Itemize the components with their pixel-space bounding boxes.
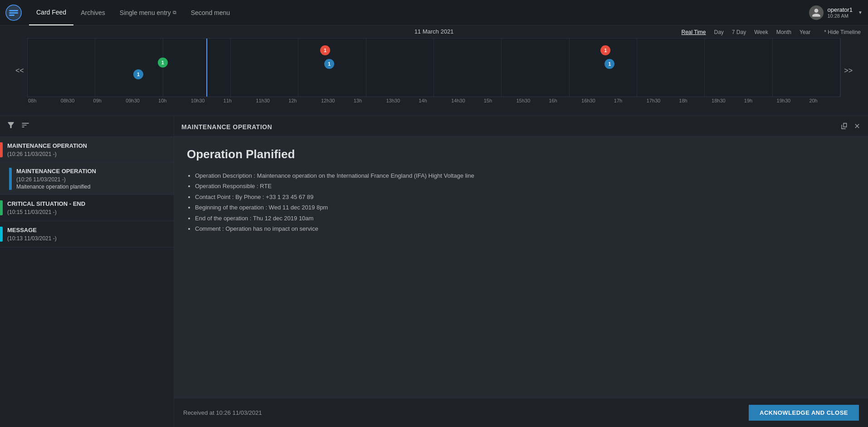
user-dropdown-arrow[interactable]: ▼ — [858, 10, 863, 15]
sub-card-title-1: MAINTENANCE OPERATION — [16, 168, 167, 175]
sort-icon[interactable] — [21, 121, 30, 132]
card-border-green — [0, 200, 3, 215]
detail-op-item-1: Operation Responsible : RTE — [195, 181, 855, 191]
card-border-blue-sub — [9, 168, 12, 190]
card-item-critical-situation[interactable]: CRITICAL SITUATION - END (10:15 11/03/20… — [0, 195, 174, 221]
avatar — [809, 5, 824, 20]
sidebar-toolbar — [0, 116, 174, 137]
detail-header-actions — [841, 122, 861, 131]
range-btn-week[interactable]: Week — [752, 28, 770, 36]
detail-panel-title: MAINTENANCE OPERATION — [181, 123, 272, 131]
card-content-3: MESSAGE (10:13 11/03/2021 -) — [7, 227, 167, 242]
range-btn-realtime[interactable]: Real Time — [679, 28, 707, 36]
card-subtitle-1: (10:26 11/03/2021 -) — [7, 151, 167, 157]
user-info: operator1 10:28 AM — [827, 6, 853, 19]
user-name: operator1 — [827, 6, 853, 13]
svg-rect-1 — [9, 10, 18, 11]
timeline-grid — [28, 39, 840, 97]
range-btn-month[interactable]: Month — [775, 28, 793, 36]
nav-label-single-menu-entry: Single menu entry — [120, 9, 171, 16]
detail-op-item-2: Contact Point : By Phone : +33 1 23 45 6… — [195, 192, 855, 202]
timeline-chart: 11/03/21 10:28 1 1 1 1 1 — [27, 38, 841, 97]
event-dot-red-2[interactable]: 1 — [600, 45, 610, 55]
detail-op-title: Operation Planified — [187, 147, 855, 161]
range-btn-day[interactable]: Day — [712, 28, 726, 36]
user-time: 10:28 AM — [827, 13, 848, 19]
card-border-red — [0, 142, 3, 157]
card-title-3: MESSAGE — [7, 227, 167, 233]
timeline-event-red-2[interactable]: 1 — [600, 45, 610, 55]
nav-item-second-menu[interactable]: Second menu — [184, 0, 237, 25]
card-content-2: CRITICAL SITUATION - END (10:15 11/03/20… — [7, 200, 167, 215]
detail-footer: Received at 10:26 11/03/2021 ACKNOWLEDGE… — [174, 398, 868, 427]
sub-card-subtitle-1: (10:26 11/03/2021 -) — [16, 176, 167, 183]
close-button[interactable] — [853, 122, 861, 131]
timeline-controls: 11 March 2021 Real Time Day 7 Day Week M… — [0, 25, 868, 38]
sidebar: MAINTENANCE OPERATION (10:26 11/03/2021 … — [0, 116, 174, 427]
nav-label-card-feed: Card Feed — [36, 9, 66, 16]
nav-items: Card Feed Archives Single menu entry ⧉ S… — [29, 0, 809, 25]
app-logo[interactable] — [5, 5, 22, 21]
card-sub-item-maintenance-op[interactable]: MAINTENANCE OPERATION (10:26 11/03/2021 … — [0, 163, 174, 195]
card-border-cyan — [0, 227, 3, 242]
maximize-button[interactable] — [841, 122, 848, 131]
card-sub-content-1: MAINTENANCE OPERATION (10:26 11/03/2021 … — [16, 168, 167, 190]
main-area: MAINTENANCE OPERATION (10:26 11/03/2021 … — [0, 116, 868, 427]
hide-timeline-label: * Hide Timeline — [824, 29, 861, 35]
event-dot-blue-1[interactable]: 1 — [133, 69, 143, 79]
detail-op-item-4: End of the operation : Thu 12 dec 2019 1… — [195, 213, 855, 223]
event-dot-green[interactable]: 1 — [158, 58, 168, 68]
navbar-right: operator1 10:28 AM ▼ — [809, 5, 863, 20]
card-title-2: CRITICAL SITUATION - END — [7, 200, 167, 207]
detail-header: MAINTENANCE OPERATION — [174, 116, 868, 136]
nav-label-second-menu: Second menu — [191, 9, 230, 16]
card-content-1: MAINTENANCE OPERATION (10:26 11/03/2021 … — [7, 142, 167, 157]
range-btn-year[interactable]: Year — [798, 28, 812, 36]
event-dot-blue-3[interactable]: 1 — [605, 59, 614, 69]
nav-item-single-menu-entry[interactable]: Single menu entry ⧉ — [112, 0, 184, 25]
detail-op-item-3: Beginning of the operation : Wed 11 dec … — [195, 202, 855, 213]
timeline-nav-left-button[interactable]: << — [15, 67, 24, 75]
timeline-nav-right-button[interactable]: >> — [844, 67, 853, 75]
timeline-section: 11 March 2021 Real Time Day 7 Day Week M… — [0, 25, 868, 116]
nav-label-archives: Archives — [81, 9, 105, 16]
navbar: Card Feed Archives Single menu entry ⧉ S… — [0, 0, 868, 25]
timeline-axis: 08h 08h30 09h 09h30 10h 10h30 11h 11h30 … — [27, 98, 841, 103]
range-btn-7day[interactable]: 7 Day — [730, 28, 748, 36]
event-dot-red-1[interactable]: 1 — [320, 45, 330, 55]
detail-received-label: Received at 10:26 11/03/2021 — [183, 409, 262, 416]
detail-op-item-5: Comment : Operation has no impact on ser… — [195, 223, 855, 234]
hide-timeline-button[interactable]: * Hide Timeline — [824, 29, 861, 35]
nav-item-archives[interactable]: Archives — [73, 0, 112, 25]
external-link-icon: ⧉ — [173, 10, 176, 15]
acknowledge-close-button[interactable]: ACKNOWLEDGE AND CLOSE — [749, 405, 859, 421]
timeline-event-blue-3[interactable]: 1 — [605, 59, 614, 69]
timeline-range-buttons: Real Time Day 7 Day Week Month Year — [679, 28, 812, 36]
detail-op-item-0: Operation Description : Maintenance oper… — [195, 170, 855, 181]
filter-icon[interactable] — [6, 121, 15, 132]
detail-panel: MAINTENANCE OPERATION Operation Planifie… — [174, 116, 868, 427]
timeline-event-blue-2[interactable]: 1 — [324, 59, 334, 69]
svg-rect-2 — [9, 12, 18, 14]
detail-body: Operation Planified Operation Descriptio… — [174, 136, 868, 398]
svg-rect-3 — [9, 15, 15, 16]
timeline-date-label: 11 March 2021 — [414, 28, 454, 35]
timeline-event-green[interactable]: 1 — [158, 58, 168, 68]
timeline-event-blue-1[interactable]: 1 — [133, 69, 143, 79]
card-title-1: MAINTENANCE OPERATION — [7, 142, 167, 149]
card-item-maintenance-op[interactable]: MAINTENANCE OPERATION (10:26 11/03/2021 … — [0, 137, 174, 163]
card-list: MAINTENANCE OPERATION (10:26 11/03/2021 … — [0, 137, 174, 427]
event-dot-blue-2[interactable]: 1 — [324, 59, 334, 69]
sub-card-sub-subtitle-1: Maitenance operation planified — [16, 184, 167, 190]
card-subtitle-2: (10:15 11/03/2021 -) — [7, 209, 167, 215]
nav-item-card-feed[interactable]: Card Feed — [29, 0, 73, 25]
timeline-cursor: 11/03/21 10:28 — [206, 39, 207, 97]
timeline-event-red-1[interactable]: 1 — [320, 45, 330, 55]
card-item-message[interactable]: MESSAGE (10:13 11/03/2021 -) — [0, 221, 174, 247]
card-subtitle-3: (10:13 11/03/2021 -) — [7, 235, 167, 242]
detail-op-list: Operation Description : Maintenance oper… — [187, 170, 855, 234]
timeline-chart-wrapper: << >> 11/03/21 10:28 — [14, 38, 854, 103]
